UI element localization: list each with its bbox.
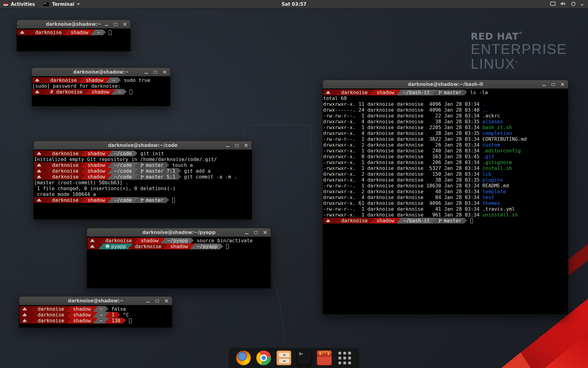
output-line: total 68 [323, 95, 567, 101]
window-title: darknoise@shadow:~/code [108, 143, 177, 148]
powerline-segment: master [138, 162, 166, 168]
powerline-separator [46, 168, 49, 174]
title-bar[interactable]: darknoise@shadow:~ [19, 297, 172, 305]
minimize-button[interactable] [226, 144, 230, 148]
close-button[interactable] [163, 70, 167, 74]
ls-row: drwx------. 24 darknoise darknoise 4096 … [323, 107, 567, 113]
powerline-segment: ~ [97, 312, 106, 318]
files-icon[interactable] [277, 351, 291, 365]
close-button[interactable] [164, 299, 168, 303]
window-title: darknoise@shadow:~ [68, 298, 124, 304]
maximize-button[interactable] [155, 299, 159, 303]
branch-icon [439, 219, 442, 223]
minimize-button[interactable] [146, 299, 150, 303]
powerline-separator [46, 174, 49, 180]
powerline-segment [20, 306, 32, 312]
title-bar[interactable]: darknoise@shadow:~/code [34, 141, 252, 150]
app-menu-label: Terminal [52, 2, 74, 7]
brand-red-hat: RED HAT® [471, 31, 567, 42]
python-icon [105, 244, 109, 248]
terminal-app-icon: $> [43, 2, 50, 7]
powerline-separator [108, 168, 111, 174]
close-button[interactable] [123, 22, 127, 26]
firefox-icon[interactable] [236, 351, 251, 365]
powerline-arrow [117, 312, 120, 317]
hat-icon [37, 198, 41, 202]
chrome-icon[interactable] [256, 351, 271, 365]
activities-button[interactable]: Activities [3, 2, 35, 7]
powerline-arrow [124, 89, 127, 94]
ls-row: -rwxrwxr-x. 1 darknoise darknoise 961 Ja… [323, 212, 567, 218]
minimize-button[interactable] [144, 70, 148, 74]
powerline-segment: ~ [115, 89, 124, 95]
caret-down-icon[interactable] [581, 2, 584, 7]
branch-icon [141, 198, 144, 202]
display-icon[interactable] [550, 2, 556, 7]
ls-row: -rw-rw-r--. 1 darknoise darknoise 41 Jan… [323, 206, 567, 212]
close-button[interactable] [263, 231, 267, 235]
title-bar[interactable]: darknoise@shadow:~/pyapp [87, 228, 271, 237]
file-name: custom [482, 142, 500, 148]
toolbox-icon[interactable] [317, 351, 332, 365]
minimize-button[interactable] [542, 82, 546, 86]
powerline-separator [65, 29, 68, 35]
terminal-icon[interactable]: $> [297, 351, 311, 365]
file-name: .ackrc [482, 113, 500, 119]
powerline-separator [46, 197, 49, 203]
app-grid-icon[interactable] [337, 351, 352, 365]
command-text: git add a [184, 168, 211, 174]
powerline-arrow [166, 162, 169, 168]
powerline-segment [34, 168, 46, 174]
close-button[interactable] [244, 144, 248, 148]
powerline-separator [105, 318, 109, 324]
powerline-separator [67, 318, 70, 324]
terminal-content[interactable]: darknoiseshadow~/bash-itmasterls -latota… [323, 89, 568, 224]
title-bar[interactable]: darknoise@shadow:~/bash-it [323, 80, 568, 89]
file-name: bash_it.sh [482, 125, 512, 130]
powerline-segment: darknoise [49, 162, 81, 168]
branch-icon [141, 169, 144, 173]
maximize-button[interactable] [153, 70, 157, 74]
app-menu[interactable]: $> Terminal [43, 2, 80, 7]
clock[interactable]: Sat 03:57 [281, 2, 306, 7]
terminal-window-home-1: darknoise@shadow:~ darknoiseshadow~ [17, 20, 131, 52]
maximize-button[interactable] [235, 144, 239, 148]
hat-icon [20, 31, 24, 34]
powerline-separator [108, 151, 111, 156]
grid-dot [348, 352, 351, 355]
maximize-button[interactable] [551, 82, 555, 86]
close-button[interactable] [560, 82, 564, 86]
powerline-segment [32, 77, 44, 83]
terminal-content[interactable]: darknoiseshadow~/pyappsource bin/activat… [87, 237, 271, 249]
powerline-segment: shadow [374, 90, 397, 95]
terminal-content[interactable]: darknoiseshadow~ [17, 29, 130, 35]
file-name: aliases [482, 119, 503, 125]
maximize-button[interactable] [254, 231, 258, 235]
terminal-content[interactable]: darknoiseshadow~sudo true[sudo] password… [32, 76, 170, 95]
minimize-button[interactable] [245, 231, 249, 235]
hat-icon [326, 91, 330, 94]
powerline-segment: ~/pyapp [165, 238, 191, 243]
hat-icon [22, 307, 27, 311]
volume-icon[interactable] [560, 2, 566, 7]
minimize-button[interactable] [104, 22, 108, 26]
file-name: .editorconfig [482, 148, 521, 154]
powerline-separator [91, 29, 95, 35]
powerline-separator [46, 162, 49, 168]
terminal-content[interactable]: darknoiseshadow~falsedarknoiseshadow~1^C… [19, 305, 172, 324]
powerline-segment [323, 90, 335, 95]
power-icon[interactable] [571, 1, 576, 7]
maximize-button[interactable] [114, 22, 118, 26]
prompt-line: # darknoiseshadow~ [32, 89, 170, 95]
powerline-separator [99, 243, 103, 249]
powerline-separator [397, 218, 401, 224]
title-bar[interactable]: darknoise@shadow:~ [32, 68, 170, 76]
powerline-segment: ~ [97, 306, 106, 312]
powerline-segment: master [138, 197, 166, 203]
terminal-content[interactable]: darknoiseshadow~/codegit initInitialized… [34, 150, 252, 203]
terminal-window-pyapp: darknoise@shadow:~/pyapp darknoiseshadow… [87, 228, 271, 289]
title-bar[interactable]: darknoise@shadow:~ [17, 20, 130, 29]
ls-row: drwxrwxr-x. 4 darknoise darknoise 38 Jan… [323, 177, 567, 183]
powerline-segment: ~/code [111, 162, 135, 168]
ls-row: -rwxrwxr-x. 1 darknoise darknoise 206 Ja… [323, 159, 567, 165]
